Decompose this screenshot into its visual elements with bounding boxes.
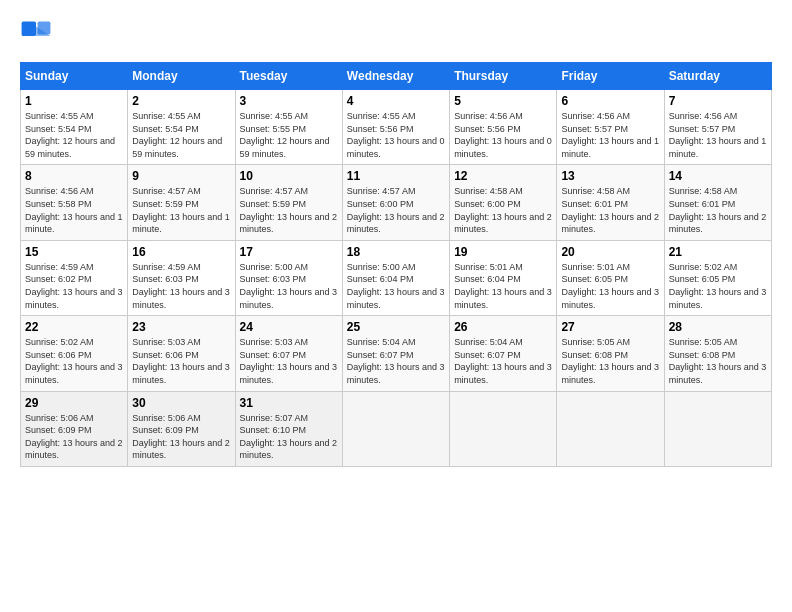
day-number: 18 xyxy=(347,245,445,259)
day-info: Sunrise: 5:00 AM Sunset: 6:03 PM Dayligh… xyxy=(240,261,338,311)
calendar-cell: 3 Sunrise: 4:55 AM Sunset: 5:55 PM Dayli… xyxy=(235,90,342,165)
day-info: Sunrise: 4:57 AM Sunset: 5:59 PM Dayligh… xyxy=(240,185,338,235)
day-number: 20 xyxy=(561,245,659,259)
day-info: Sunrise: 4:59 AM Sunset: 6:03 PM Dayligh… xyxy=(132,261,230,311)
calendar-cell xyxy=(450,391,557,466)
calendar-cell: 28 Sunrise: 5:05 AM Sunset: 6:08 PM Dayl… xyxy=(664,316,771,391)
day-info: Sunrise: 5:04 AM Sunset: 6:07 PM Dayligh… xyxy=(454,336,552,386)
calendar-cell: 6 Sunrise: 4:56 AM Sunset: 5:57 PM Dayli… xyxy=(557,90,664,165)
calendar-cell: 25 Sunrise: 5:04 AM Sunset: 6:07 PM Dayl… xyxy=(342,316,449,391)
calendar-cell: 20 Sunrise: 5:01 AM Sunset: 6:05 PM Dayl… xyxy=(557,240,664,315)
day-info: Sunrise: 4:55 AM Sunset: 5:54 PM Dayligh… xyxy=(132,110,230,160)
day-info: Sunrise: 5:02 AM Sunset: 6:05 PM Dayligh… xyxy=(669,261,767,311)
day-info: Sunrise: 4:55 AM Sunset: 5:55 PM Dayligh… xyxy=(240,110,338,160)
day-info: Sunrise: 5:01 AM Sunset: 6:04 PM Dayligh… xyxy=(454,261,552,311)
day-info: Sunrise: 5:06 AM Sunset: 6:09 PM Dayligh… xyxy=(132,412,230,462)
day-number: 19 xyxy=(454,245,552,259)
day-header-thursday: Thursday xyxy=(450,63,557,90)
day-number: 4 xyxy=(347,94,445,108)
day-info: Sunrise: 4:57 AM Sunset: 5:59 PM Dayligh… xyxy=(132,185,230,235)
calendar-table: SundayMondayTuesdayWednesdayThursdayFrid… xyxy=(20,62,772,467)
calendar-cell: 1 Sunrise: 4:55 AM Sunset: 5:54 PM Dayli… xyxy=(21,90,128,165)
day-info: Sunrise: 5:04 AM Sunset: 6:07 PM Dayligh… xyxy=(347,336,445,386)
day-number: 22 xyxy=(25,320,123,334)
day-number: 10 xyxy=(240,169,338,183)
day-number: 5 xyxy=(454,94,552,108)
calendar-cell: 22 Sunrise: 5:02 AM Sunset: 6:06 PM Dayl… xyxy=(21,316,128,391)
day-info: Sunrise: 4:55 AM Sunset: 5:56 PM Dayligh… xyxy=(347,110,445,160)
day-info: Sunrise: 5:03 AM Sunset: 6:06 PM Dayligh… xyxy=(132,336,230,386)
day-info: Sunrise: 5:03 AM Sunset: 6:07 PM Dayligh… xyxy=(240,336,338,386)
day-number: 13 xyxy=(561,169,659,183)
calendar-cell: 11 Sunrise: 4:57 AM Sunset: 6:00 PM Dayl… xyxy=(342,165,449,240)
day-info: Sunrise: 5:05 AM Sunset: 6:08 PM Dayligh… xyxy=(669,336,767,386)
day-number: 7 xyxy=(669,94,767,108)
day-number: 21 xyxy=(669,245,767,259)
day-number: 3 xyxy=(240,94,338,108)
day-info: Sunrise: 4:57 AM Sunset: 6:00 PM Dayligh… xyxy=(347,185,445,235)
calendar-cell: 12 Sunrise: 4:58 AM Sunset: 6:00 PM Dayl… xyxy=(450,165,557,240)
calendar-cell: 15 Sunrise: 4:59 AM Sunset: 6:02 PM Dayl… xyxy=(21,240,128,315)
calendar-cell: 24 Sunrise: 5:03 AM Sunset: 6:07 PM Dayl… xyxy=(235,316,342,391)
calendar-cell: 7 Sunrise: 4:56 AM Sunset: 5:57 PM Dayli… xyxy=(664,90,771,165)
calendar-cell: 19 Sunrise: 5:01 AM Sunset: 6:04 PM Dayl… xyxy=(450,240,557,315)
day-number: 26 xyxy=(454,320,552,334)
day-number: 2 xyxy=(132,94,230,108)
day-header-saturday: Saturday xyxy=(664,63,771,90)
calendar-cell: 5 Sunrise: 4:56 AM Sunset: 5:56 PM Dayli… xyxy=(450,90,557,165)
calendar-cell: 8 Sunrise: 4:56 AM Sunset: 5:58 PM Dayli… xyxy=(21,165,128,240)
day-number: 6 xyxy=(561,94,659,108)
calendar-cell xyxy=(342,391,449,466)
day-info: Sunrise: 4:59 AM Sunset: 6:02 PM Dayligh… xyxy=(25,261,123,311)
calendar-cell: 10 Sunrise: 4:57 AM Sunset: 5:59 PM Dayl… xyxy=(235,165,342,240)
day-number: 31 xyxy=(240,396,338,410)
day-info: Sunrise: 4:58 AM Sunset: 6:00 PM Dayligh… xyxy=(454,185,552,235)
svg-rect-0 xyxy=(22,22,36,36)
day-info: Sunrise: 4:58 AM Sunset: 6:01 PM Dayligh… xyxy=(561,185,659,235)
day-info: Sunrise: 5:07 AM Sunset: 6:10 PM Dayligh… xyxy=(240,412,338,462)
calendar-cell: 30 Sunrise: 5:06 AM Sunset: 6:09 PM Dayl… xyxy=(128,391,235,466)
logo-icon xyxy=(20,20,52,52)
calendar-cell: 26 Sunrise: 5:04 AM Sunset: 6:07 PM Dayl… xyxy=(450,316,557,391)
calendar-cell: 17 Sunrise: 5:00 AM Sunset: 6:03 PM Dayl… xyxy=(235,240,342,315)
calendar-cell: 21 Sunrise: 5:02 AM Sunset: 6:05 PM Dayl… xyxy=(664,240,771,315)
page-header xyxy=(20,20,772,52)
day-header-monday: Monday xyxy=(128,63,235,90)
day-number: 27 xyxy=(561,320,659,334)
day-number: 25 xyxy=(347,320,445,334)
day-info: Sunrise: 4:56 AM Sunset: 5:57 PM Dayligh… xyxy=(561,110,659,160)
day-header-sunday: Sunday xyxy=(21,63,128,90)
day-number: 1 xyxy=(25,94,123,108)
day-number: 28 xyxy=(669,320,767,334)
calendar-cell: 18 Sunrise: 5:00 AM Sunset: 6:04 PM Dayl… xyxy=(342,240,449,315)
day-info: Sunrise: 4:58 AM Sunset: 6:01 PM Dayligh… xyxy=(669,185,767,235)
day-number: 8 xyxy=(25,169,123,183)
calendar-cell: 9 Sunrise: 4:57 AM Sunset: 5:59 PM Dayli… xyxy=(128,165,235,240)
day-number: 15 xyxy=(25,245,123,259)
logo xyxy=(20,20,58,52)
day-info: Sunrise: 5:05 AM Sunset: 6:08 PM Dayligh… xyxy=(561,336,659,386)
calendar-cell: 4 Sunrise: 4:55 AM Sunset: 5:56 PM Dayli… xyxy=(342,90,449,165)
calendar-cell xyxy=(557,391,664,466)
day-header-tuesday: Tuesday xyxy=(235,63,342,90)
calendar-cell xyxy=(664,391,771,466)
day-info: Sunrise: 5:00 AM Sunset: 6:04 PM Dayligh… xyxy=(347,261,445,311)
day-number: 9 xyxy=(132,169,230,183)
calendar-cell: 31 Sunrise: 5:07 AM Sunset: 6:10 PM Dayl… xyxy=(235,391,342,466)
day-header-friday: Friday xyxy=(557,63,664,90)
calendar-cell: 27 Sunrise: 5:05 AM Sunset: 6:08 PM Dayl… xyxy=(557,316,664,391)
day-number: 30 xyxy=(132,396,230,410)
day-header-wednesday: Wednesday xyxy=(342,63,449,90)
day-info: Sunrise: 5:02 AM Sunset: 6:06 PM Dayligh… xyxy=(25,336,123,386)
day-info: Sunrise: 4:56 AM Sunset: 5:58 PM Dayligh… xyxy=(25,185,123,235)
day-number: 12 xyxy=(454,169,552,183)
day-info: Sunrise: 5:01 AM Sunset: 6:05 PM Dayligh… xyxy=(561,261,659,311)
day-number: 16 xyxy=(132,245,230,259)
day-number: 14 xyxy=(669,169,767,183)
day-number: 17 xyxy=(240,245,338,259)
calendar-cell: 13 Sunrise: 4:58 AM Sunset: 6:01 PM Dayl… xyxy=(557,165,664,240)
calendar-cell: 23 Sunrise: 5:03 AM Sunset: 6:06 PM Dayl… xyxy=(128,316,235,391)
day-info: Sunrise: 5:06 AM Sunset: 6:09 PM Dayligh… xyxy=(25,412,123,462)
day-number: 24 xyxy=(240,320,338,334)
day-info: Sunrise: 4:56 AM Sunset: 5:56 PM Dayligh… xyxy=(454,110,552,160)
